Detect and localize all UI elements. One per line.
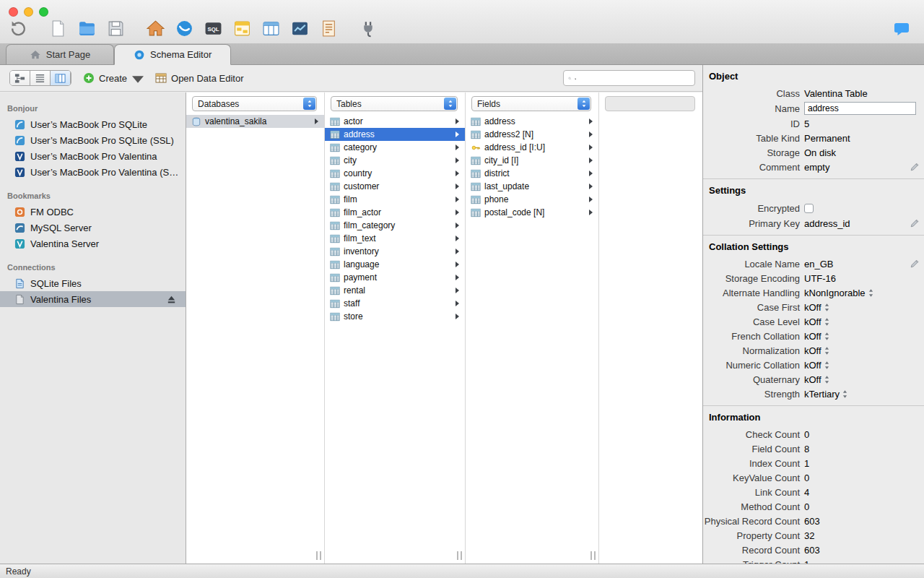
table-item-label: payment xyxy=(344,272,377,282)
pencil-icon[interactable] xyxy=(910,259,920,269)
sidebar-item[interactable]: Valentina Server xyxy=(0,236,186,251)
stepper-icon[interactable] xyxy=(868,288,874,298)
tab-label: Start Page xyxy=(46,49,90,60)
diagram-icon xyxy=(233,20,251,38)
table-list-item[interactable]: rental xyxy=(325,284,465,297)
sidebar-item[interactable]: User’s MacBook Pro SQLite xyxy=(0,116,186,132)
table-list-item[interactable]: inventory xyxy=(325,245,465,258)
report-editor-button[interactable] xyxy=(319,19,339,38)
encrypted-checkbox[interactable] xyxy=(804,204,814,213)
disclosure-arrow-icon xyxy=(456,288,459,293)
table-list-item[interactable]: category xyxy=(325,141,465,154)
minimize-button[interactable] xyxy=(24,7,33,17)
sidebar-item[interactable]: User’s MacBook Pro Valentina (S… xyxy=(0,164,186,180)
collation-row: Normalization kOff xyxy=(703,343,924,358)
stepper-icon[interactable] xyxy=(824,303,830,312)
open-button[interactable] xyxy=(77,19,97,38)
table-list-item[interactable]: language xyxy=(325,258,465,271)
field-list-item[interactable]: city_id [I] xyxy=(466,154,598,167)
table-list-item[interactable]: film_text xyxy=(325,232,465,245)
databases-filter-label: Databases xyxy=(198,99,239,109)
schema-editor-button[interactable] xyxy=(261,19,281,38)
mysql-icon xyxy=(14,223,25,233)
table-list-item[interactable]: film_actor xyxy=(325,206,465,219)
sidebar-item[interactable]: SQLite Files xyxy=(0,275,186,291)
feedback-button[interactable] xyxy=(892,22,911,38)
table-list-item[interactable]: store xyxy=(325,310,465,323)
column-view-button[interactable] xyxy=(51,71,71,85)
table-list-item[interactable]: actor xyxy=(325,115,465,128)
start-page-button[interactable] xyxy=(146,19,165,38)
field-list-item[interactable]: district xyxy=(466,167,598,180)
stepper-icon[interactable] xyxy=(824,346,830,355)
diagram-editor-button[interactable] xyxy=(232,19,252,38)
stepper-icon[interactable] xyxy=(824,375,830,384)
field-list-item[interactable]: phone xyxy=(466,193,598,206)
field-list-item[interactable]: last_update xyxy=(466,180,598,193)
disclosure-arrow-icon xyxy=(589,118,593,124)
information-section: Information Check Count 0 Field Count 8 … xyxy=(703,405,924,576)
sidebar-item[interactable]: MySQL Server xyxy=(0,220,186,236)
close-button[interactable] xyxy=(9,7,18,17)
stepper-icon[interactable] xyxy=(842,389,848,399)
tree-view-button[interactable] xyxy=(10,71,30,85)
table-list-item[interactable]: film xyxy=(325,193,465,206)
tab-start-page[interactable]: Start Page xyxy=(6,44,114,65)
new-document-button[interactable] xyxy=(48,19,68,38)
table-list-item[interactable]: payment xyxy=(325,271,465,284)
stepper-icon[interactable] xyxy=(824,317,830,327)
field-list-item[interactable]: address2 [N] xyxy=(466,128,598,141)
table-list-item[interactable]: staff xyxy=(325,297,465,310)
field-list-item[interactable]: address xyxy=(466,115,598,128)
stepper-icon[interactable] xyxy=(824,332,830,341)
id-row: ID 5 xyxy=(703,116,924,131)
pencil-icon[interactable] xyxy=(910,218,920,228)
sidebar-item-label: Valentina Server xyxy=(30,238,99,249)
save-button[interactable] xyxy=(106,19,126,38)
comment-row: Comment empty xyxy=(703,160,924,174)
column-resize-grip[interactable] xyxy=(457,551,462,560)
sidebar-item[interactable]: Valentina Files xyxy=(0,291,186,307)
next-level-column xyxy=(599,92,702,564)
database-list-item[interactable]: valentina_sakila xyxy=(186,115,324,128)
name-input[interactable] xyxy=(804,102,916,115)
table-list-item[interactable]: film_category xyxy=(325,219,465,232)
create-button[interactable]: Create xyxy=(83,72,144,85)
open-data-editor-button[interactable]: Open Data Editor xyxy=(155,72,243,84)
search-field[interactable] xyxy=(563,70,695,86)
connect-button[interactable] xyxy=(359,19,378,38)
field-list-item[interactable]: postal_code [N] xyxy=(466,206,598,219)
list-view-button[interactable] xyxy=(30,71,51,85)
table-item-label: staff xyxy=(344,298,359,309)
field-list-item[interactable]: address_id [I:U] xyxy=(466,141,598,154)
column-resize-grip[interactable] xyxy=(590,551,596,560)
sidebar-item[interactable]: FM ODBC xyxy=(0,204,186,220)
disclosure-arrow-icon xyxy=(456,314,459,319)
search-input[interactable] xyxy=(578,73,690,83)
tab-schema-editor[interactable]: Schema Editor xyxy=(114,44,231,65)
table-list-item[interactable]: city xyxy=(325,154,465,167)
table-icon xyxy=(330,143,340,152)
valentina-button[interactable] xyxy=(175,19,194,38)
save-icon xyxy=(107,20,125,38)
sidebar-item[interactable]: User’s MacBook Pro Valentina xyxy=(0,148,186,164)
databases-filter-select[interactable]: Databases xyxy=(192,96,317,111)
eject-icon[interactable] xyxy=(166,294,177,305)
table-list-item[interactable]: customer xyxy=(325,180,465,193)
sidebar-item[interactable]: User’s MacBook Pro SQLite (SSL) xyxy=(0,132,186,148)
tables-filter-select[interactable]: Tables xyxy=(331,96,458,111)
fields-filter-select[interactable]: Fields xyxy=(471,96,591,111)
query-builder-button[interactable] xyxy=(290,19,310,38)
column-resize-grip[interactable] xyxy=(316,551,321,560)
table-item-label: customer xyxy=(344,181,379,191)
stepper-icon[interactable] xyxy=(824,361,830,370)
table-list-item[interactable]: address xyxy=(325,128,465,141)
field-item-label: city_id [I] xyxy=(484,155,518,165)
table-icon xyxy=(330,234,340,243)
sql-editor-button[interactable]: SQL xyxy=(204,19,223,38)
plus-icon xyxy=(83,72,95,84)
table-list-item[interactable]: country xyxy=(325,167,465,180)
undo-button[interactable] xyxy=(9,19,28,38)
zoom-button[interactable] xyxy=(39,7,48,17)
pencil-icon[interactable] xyxy=(910,162,920,172)
